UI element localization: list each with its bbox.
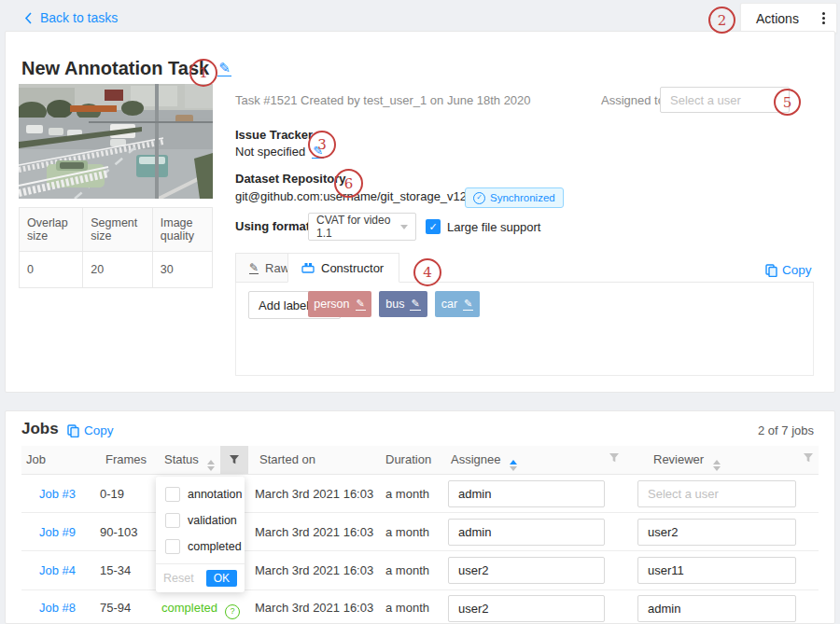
check-circle-icon: ✓ <box>473 192 485 204</box>
assignee-filter-button[interactable] <box>609 452 620 466</box>
label-chip-person[interactable]: person ✎ <box>308 291 371 317</box>
col-status[interactable]: Status <box>164 452 215 471</box>
jobs-card <box>5 410 835 624</box>
assignee-input[interactable] <box>448 519 605 546</box>
duration-cell: a month <box>385 487 429 501</box>
job-link[interactable]: Job #8 <box>39 601 76 615</box>
filter-option-validation[interactable]: validation <box>156 507 245 534</box>
sort-icons[interactable] <box>207 460 215 471</box>
frames-cell: 90-103 <box>100 525 137 539</box>
label-chip-text: person <box>314 298 349 311</box>
label-chip-text: bus <box>385 298 404 311</box>
filter-option-label: validation <box>188 514 237 527</box>
col-frames: Frames <box>105 452 147 466</box>
duration-cell: a month <box>385 601 429 615</box>
col-started: Started on <box>259 452 315 466</box>
assigned-to-input[interactable] <box>660 87 790 113</box>
param-value: 20 <box>83 252 153 288</box>
assignee-input[interactable] <box>448 595 605 622</box>
param-header: Image quality <box>152 208 212 252</box>
tab-raw[interactable]: ✎ Raw <box>235 253 288 283</box>
large-file-support-checkbox[interactable]: ✓ <box>426 219 441 234</box>
kebab-menu-icon <box>822 12 825 24</box>
job-link[interactable]: Job #9 <box>39 525 76 539</box>
job-link[interactable]: Job #4 <box>39 563 76 577</box>
reviewer-input[interactable] <box>637 557 796 584</box>
assigned-to-label: Assigned to <box>601 93 665 107</box>
constructor-icon <box>301 262 315 273</box>
using-format-label: Using format: <box>235 219 315 233</box>
param-value: 30 <box>152 252 212 288</box>
task-title-edit-icon[interactable]: ✎ <box>217 61 231 76</box>
jobs-title: Jobs <box>21 420 59 438</box>
sort-icons[interactable] <box>713 460 721 471</box>
param-value: 0 <box>20 252 83 288</box>
checkbox-icon[interactable] <box>165 513 180 528</box>
actions-button[interactable]: Actions <box>740 3 837 34</box>
reviewer-input[interactable] <box>637 595 796 622</box>
filter-funnel-icon <box>229 454 240 465</box>
reviewer-input[interactable] <box>637 519 796 546</box>
marker-1: 1 <box>189 59 217 87</box>
task-title: New Annotation Task <box>21 58 209 79</box>
label-edit-icon[interactable]: ✎ <box>463 298 473 311</box>
labels-copy-button[interactable]: Copy <box>765 263 812 277</box>
checkbox-icon[interactable] <box>165 539 180 554</box>
marker-3: 3 <box>308 131 336 159</box>
filter-option-annotation[interactable]: annotation <box>156 481 245 507</box>
reviewer-filter-button[interactable] <box>803 452 814 466</box>
status-filter-button[interactable] <box>220 446 248 474</box>
col-reviewer[interactable]: Reviewer <box>653 452 721 471</box>
tab-constructor[interactable]: Constructor <box>287 253 399 283</box>
label-edit-icon[interactable]: ✎ <box>356 298 366 311</box>
started-cell: March 3rd 2021 16:03 <box>255 525 373 539</box>
filter-option-label: annotation <box>188 488 242 501</box>
label-chip-bus[interactable]: bus ✎ <box>379 291 427 317</box>
chevron-left-icon <box>24 12 33 24</box>
issue-tracker-label: Issue Tracker <box>235 128 313 142</box>
frames-cell: 75-94 <box>100 601 131 615</box>
tab-raw-label: Raw <box>265 261 289 275</box>
actions-label: Actions <box>756 11 799 26</box>
frames-cell: 15-34 <box>100 563 131 577</box>
job-link[interactable]: Job #3 <box>39 487 76 501</box>
back-to-tasks-link[interactable]: Back to tasks <box>24 10 118 25</box>
format-select[interactable]: CVAT for video 1.1 <box>308 213 416 241</box>
jobs-copy-button[interactable]: Copy <box>67 423 114 437</box>
row-divider <box>21 550 819 551</box>
jobs-copy-label: Copy <box>84 423 114 437</box>
label-edit-icon[interactable]: ✎ <box>410 298 420 311</box>
question-circle-icon[interactable]: ? <box>225 604 240 619</box>
filter-reset-button[interactable]: Reset <box>163 572 194 585</box>
assignee-input[interactable] <box>448 557 605 584</box>
copy-icon <box>765 264 777 277</box>
filter-ok-button[interactable]: OK <box>206 570 237 587</box>
tab-constructor-label: Constructor <box>321 261 384 275</box>
started-cell: March 3rd 2021 16:03 <box>255 563 373 577</box>
frames-cell: 0-19 <box>100 487 124 501</box>
param-header: Segment size <box>83 208 153 252</box>
checkbox-icon[interactable] <box>165 487 180 502</box>
sort-icons[interactable] <box>510 460 517 471</box>
dataset-repository-value: git@github.com:username/git_storage_v123… <box>235 189 490 203</box>
filter-funnel-icon <box>609 452 620 464</box>
task-params-table: Overlap size Segment size Image quality … <box>19 207 213 288</box>
label-chip-car[interactable]: car ✎ <box>435 291 480 317</box>
chevron-down-icon <box>400 225 408 229</box>
reviewer-input[interactable] <box>637 480 796 507</box>
row-divider <box>21 589 819 590</box>
label-chip-text: car <box>441 298 457 311</box>
back-to-tasks-label: Back to tasks <box>40 10 118 25</box>
jobs-count: 2 of 7 jobs <box>758 423 814 437</box>
assignee-input[interactable] <box>448 480 605 507</box>
marker-6: 6 <box>334 169 363 198</box>
status-cell: completed? <box>161 601 240 619</box>
marker-4: 4 <box>413 258 441 286</box>
sync-status-badge[interactable]: ✓ Synchronized <box>465 187 564 208</box>
filter-option-completed[interactable]: completed <box>156 534 245 560</box>
duration-cell: a month <box>385 563 429 577</box>
col-assignee[interactable]: Assignee <box>451 452 517 471</box>
task-preview-image <box>19 84 213 199</box>
row-divider <box>21 512 819 513</box>
status-filter-dropdown: annotation validation completed Reset OK <box>156 477 245 592</box>
